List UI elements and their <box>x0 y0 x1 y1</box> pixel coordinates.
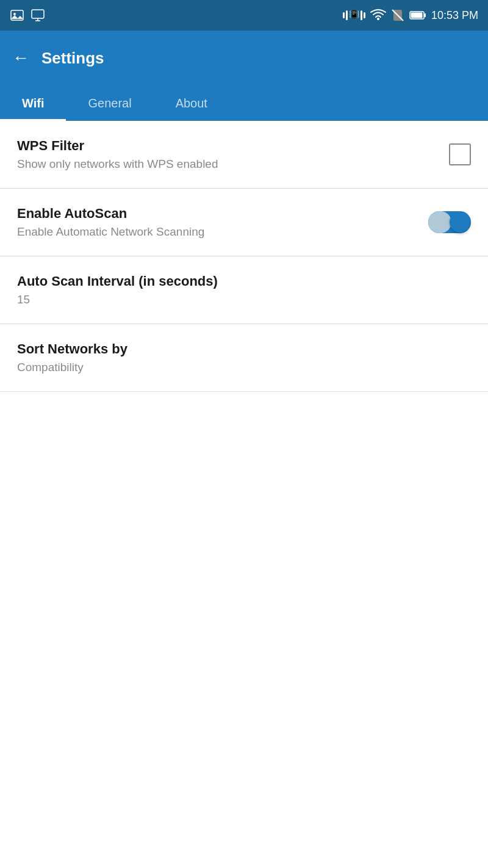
sort-networks-row[interactable]: Sort Networks by Compatibility <box>0 324 488 392</box>
tab-general[interactable]: General <box>66 96 153 121</box>
tab-bar: Wifi General About <box>0 85 488 121</box>
wps-filter-checkbox[interactable] <box>449 143 471 165</box>
status-bar-right-icons: 📳 10:53 PM <box>343 9 478 22</box>
monitor-icon <box>30 8 45 23</box>
scan-interval-text: Auto Scan Interval (in seconds) 15 <box>17 273 471 306</box>
autoscan-toggle[interactable] <box>428 211 471 233</box>
tab-about[interactable]: About <box>154 96 229 121</box>
gallery-icon <box>10 8 24 23</box>
wps-filter-subtitle: Show only networks with WPS enabled <box>17 157 449 171</box>
sort-networks-title: Sort Networks by <box>17 341 471 357</box>
sort-networks-text: Sort Networks by Compatibility <box>17 341 471 374</box>
autoscan-title: Enable AutoScan <box>17 206 428 222</box>
status-time: 10:53 PM <box>431 9 478 22</box>
svg-point-6 <box>377 18 379 20</box>
autoscan-text: Enable AutoScan Enable Automatic Network… <box>17 206 428 239</box>
toggle-knob <box>450 212 470 233</box>
wps-filter-text: WPS Filter Show only networks with WPS e… <box>17 138 449 171</box>
vibrate-icon: 📳 <box>343 9 365 21</box>
page-title: Settings <box>41 49 104 68</box>
settings-content: WPS Filter Show only networks with WPS e… <box>0 121 488 392</box>
scan-interval-title: Auto Scan Interval (in seconds) <box>17 273 471 289</box>
toggle-track <box>428 211 451 233</box>
status-bar-left-icons <box>10 8 45 23</box>
svg-rect-10 <box>424 13 426 17</box>
sort-networks-value: Compatibility <box>17 361 471 374</box>
wifi-icon <box>370 9 386 22</box>
scan-interval-row[interactable]: Auto Scan Interval (in seconds) 15 <box>0 256 488 324</box>
autoscan-row: Enable AutoScan Enable Automatic Network… <box>0 189 488 256</box>
svg-rect-11 <box>411 13 422 18</box>
autoscan-subtitle: Enable Automatic Network Scanning <box>17 225 428 239</box>
wps-filter-row: WPS Filter Show only networks with WPS e… <box>0 121 488 189</box>
status-bar: 📳 10:53 PM <box>0 0 488 31</box>
wps-filter-title: WPS Filter <box>17 138 449 154</box>
svg-marker-2 <box>11 15 23 19</box>
scan-interval-value: 15 <box>17 293 471 306</box>
battery-icon <box>409 10 426 21</box>
tab-wifi[interactable]: Wifi <box>0 96 66 121</box>
back-button[interactable]: ← <box>12 49 29 67</box>
svg-point-1 <box>13 13 16 15</box>
no-sim-icon <box>391 9 404 22</box>
svg-rect-3 <box>32 10 44 18</box>
app-header: ← Settings <box>0 31 488 85</box>
